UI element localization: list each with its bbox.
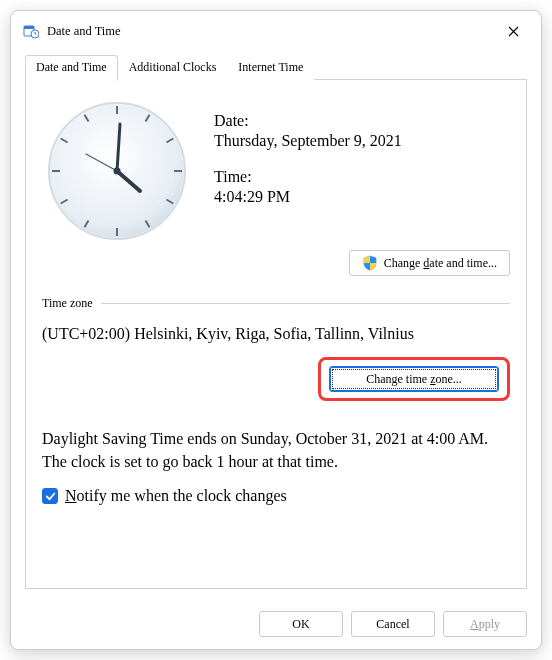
svg-rect-1 [24, 26, 34, 29]
tab-strip: Date and Time Additional Clocks Internet… [25, 55, 527, 80]
notify-label: Notify me when the clock changes [65, 487, 287, 505]
tab-internet-time[interactable]: Internet Time [227, 55, 314, 80]
change-date-time-label: Change date and time... [384, 255, 497, 271]
tab-date-and-time[interactable]: Date and Time [25, 55, 118, 81]
tab-panel-date-and-time: Date: Thursday, September 9, 2021 Time: … [25, 80, 527, 589]
close-button[interactable] [493, 15, 533, 47]
date-label: Date: [214, 112, 510, 130]
date-and-time-window: Date and Time Date and Time Additional C… [10, 10, 542, 650]
window-title: Date and Time [47, 24, 121, 39]
dst-info-text: Daylight Saving Time ends on Sunday, Oct… [42, 427, 510, 473]
apply-button[interactable]: Apply [443, 611, 527, 637]
tab-label: Internet Time [238, 60, 303, 74]
change-time-zone-label: Change time zone... [366, 371, 462, 387]
notify-checkbox[interactable] [42, 488, 58, 504]
checkmark-icon [45, 491, 56, 502]
cancel-label: Cancel [376, 616, 409, 632]
close-icon [508, 26, 519, 37]
uac-shield-icon [362, 255, 378, 271]
date-value: Thursday, September 9, 2021 [214, 132, 510, 150]
cancel-button[interactable]: Cancel [351, 611, 435, 637]
time-value: 4:04:29 PM [214, 188, 510, 206]
analog-clock [42, 96, 192, 250]
tab-additional-clocks[interactable]: Additional Clocks [118, 55, 228, 80]
datetime-app-icon [23, 23, 39, 39]
svg-point-20 [114, 168, 121, 175]
titlebar: Date and Time [11, 11, 541, 51]
divider [101, 303, 510, 304]
timezone-legend: Time zone [42, 296, 93, 311]
dialog-footer: OK Cancel Apply [11, 601, 541, 649]
tab-label: Date and Time [36, 60, 107, 74]
change-date-time-button[interactable]: Change date and time... [349, 250, 510, 276]
apply-label: Apply [470, 616, 500, 632]
change-time-zone-button[interactable]: Change time zone... [329, 366, 499, 392]
time-label: Time: [214, 168, 510, 186]
tab-label: Additional Clocks [129, 60, 217, 74]
ok-label: OK [292, 616, 309, 632]
annotation-highlight: Change time zone... [318, 357, 510, 401]
ok-button[interactable]: OK [259, 611, 343, 637]
timezone-value: (UTC+02:00) Helsinki, Kyiv, Riga, Sofia,… [42, 325, 510, 343]
